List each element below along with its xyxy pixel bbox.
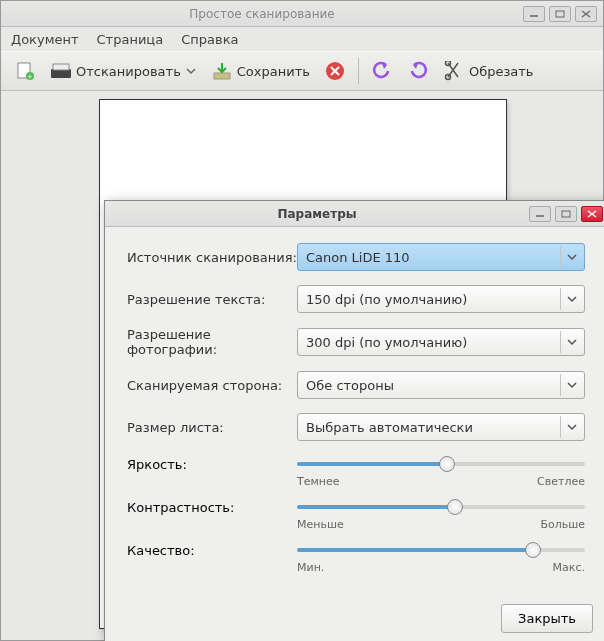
quality-max-label: Макс.	[553, 561, 585, 574]
text-res-label: Разрешение текста:	[127, 292, 297, 307]
chevron-down-icon	[560, 331, 582, 353]
contrast-max-label: Больше	[540, 518, 585, 531]
chevron-down-icon	[560, 416, 582, 438]
maximize-button[interactable]	[549, 6, 571, 22]
scan-button[interactable]: Отсканировать	[45, 57, 202, 85]
dialog-title: Параметры	[105, 207, 529, 221]
source-label: Источник сканирования:	[127, 250, 297, 265]
quality-slider[interactable]	[297, 541, 585, 559]
preferences-dialog: Параметры Источник сканирования: Canon L…	[104, 200, 604, 641]
crop-label: Обрезать	[469, 64, 534, 79]
dialog-close-button[interactable]	[581, 206, 603, 222]
menu-document[interactable]: Документ	[11, 32, 79, 47]
svg-rect-1	[556, 11, 564, 17]
rotate-right-icon	[407, 60, 429, 82]
dialog-minimize-button[interactable]	[529, 206, 551, 222]
stop-icon	[324, 60, 346, 82]
rotate-left-button[interactable]	[366, 57, 398, 85]
main-window-title: Простое сканирование	[1, 7, 523, 21]
text-res-combo[interactable]: 150 dpi (по умолчанию)	[297, 285, 585, 313]
side-label: Сканируемая сторона:	[127, 378, 297, 393]
brightness-slider[interactable]	[297, 455, 585, 473]
crop-button[interactable]: Обрезать	[438, 57, 539, 85]
side-value: Обе стороны	[306, 378, 394, 393]
new-doc-button[interactable]: +	[9, 57, 41, 85]
scan-label: Отсканировать	[76, 64, 181, 79]
svg-text:+: +	[27, 73, 33, 81]
separator	[358, 58, 359, 84]
paper-label: Размер листа:	[127, 420, 297, 435]
rotate-left-icon	[371, 60, 393, 82]
menu-page[interactable]: Страница	[97, 32, 164, 47]
dialog-titlebar: Параметры	[105, 201, 604, 227]
main-titlebar: Простое сканирование	[1, 1, 603, 27]
source-value: Canon LiDE 110	[306, 250, 410, 265]
new-doc-icon: +	[14, 60, 36, 82]
photo-res-combo[interactable]: 300 dpi (по умолчанию)	[297, 328, 585, 356]
menubar: Документ Страница Справка	[1, 27, 603, 51]
svg-rect-8	[53, 64, 69, 70]
photo-res-value: 300 dpi (по умолчанию)	[306, 335, 467, 350]
svg-rect-16	[562, 211, 570, 217]
rotate-right-button[interactable]	[402, 57, 434, 85]
save-label: Сохранить	[237, 64, 310, 79]
quality-min-label: Мин.	[297, 561, 324, 574]
paper-value: Выбрать автоматически	[306, 420, 473, 435]
chevron-down-icon	[560, 374, 582, 396]
toolbar: + Отсканировать Сохранить	[1, 51, 603, 91]
close-dialog-button[interactable]: Закрыть	[501, 604, 593, 633]
side-combo[interactable]: Обе стороны	[297, 371, 585, 399]
quality-label: Качество:	[127, 543, 297, 558]
dialog-maximize-button[interactable]	[555, 206, 577, 222]
contrast-slider[interactable]	[297, 498, 585, 516]
source-combo[interactable]: Canon LiDE 110	[297, 243, 585, 271]
photo-res-label: Разрешение фотографии:	[127, 327, 297, 357]
svg-rect-9	[214, 73, 230, 79]
text-res-value: 150 dpi (по умолчанию)	[306, 292, 467, 307]
save-button[interactable]: Сохранить	[206, 57, 315, 85]
menu-help[interactable]: Справка	[181, 32, 238, 47]
contrast-label: Контрастность:	[127, 500, 297, 515]
close-button[interactable]	[575, 6, 597, 22]
minimize-button[interactable]	[523, 6, 545, 22]
brightness-min-label: Темнее	[297, 475, 340, 488]
scanner-icon	[50, 60, 72, 82]
dialog-form: Источник сканирования: Canon LiDE 110 Ра…	[105, 227, 604, 598]
paper-combo[interactable]: Выбрать автоматически	[297, 413, 585, 441]
contrast-min-label: Меньше	[297, 518, 344, 531]
crop-icon	[443, 60, 465, 82]
chevron-down-icon	[560, 246, 582, 268]
brightness-label: Яркость:	[127, 457, 297, 472]
stop-button[interactable]	[319, 57, 351, 85]
chevron-down-icon	[560, 288, 582, 310]
brightness-max-label: Светлее	[537, 475, 585, 488]
save-icon	[211, 60, 233, 82]
chevron-down-icon	[185, 60, 197, 82]
